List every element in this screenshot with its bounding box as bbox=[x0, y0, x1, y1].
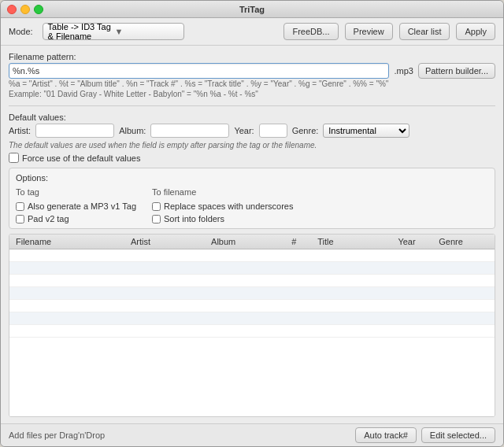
options-title: Options: bbox=[16, 173, 488, 183]
sort-folders-checkbox[interactable] bbox=[152, 215, 161, 224]
genre-select[interactable]: Instrumental Rock Pop Jazz Classical bbox=[323, 124, 410, 138]
table-row bbox=[9, 325, 495, 338]
mode-value: Table -> ID3 Tag & Filename bbox=[48, 22, 112, 41]
table-row bbox=[9, 287, 495, 300]
to-filename-label: To filename bbox=[152, 187, 293, 197]
table-body[interactable] bbox=[9, 249, 495, 416]
default-values-row: Artist: Album: Year: Genre: Instrumental… bbox=[9, 124, 495, 138]
preview-button[interactable]: Preview bbox=[345, 23, 393, 40]
main-content: Filename pattern: .mp3 Pattern builder..… bbox=[1, 46, 503, 423]
default-values-section: Default values: Artist: Album: Year: Gen… bbox=[9, 113, 495, 163]
col-header-number: # bbox=[288, 236, 314, 247]
auto-track-button[interactable]: Auto track# bbox=[355, 427, 417, 443]
pattern-hint2: Example: "01 David Gray - White Letter -… bbox=[9, 89, 495, 99]
pattern-builder-button[interactable]: Pattern builder... bbox=[418, 63, 495, 79]
mp3v1-checkbox[interactable] bbox=[16, 202, 24, 211]
table-row bbox=[9, 249, 495, 262]
col-header-year: Year bbox=[395, 236, 435, 247]
force-label: Force use of the default values bbox=[22, 153, 140, 163]
default-note: The default values are used when the fie… bbox=[9, 141, 495, 150]
title-bar: TriTag bbox=[1, 1, 503, 18]
sort-folders-label: Sort into folders bbox=[164, 214, 224, 224]
sort-folders-row: Sort into folders bbox=[152, 214, 293, 224]
padv2-label: Pad v2 tag bbox=[28, 214, 69, 224]
dropdown-arrow-icon: ▼ bbox=[115, 27, 179, 36]
apply-button[interactable]: Apply bbox=[456, 23, 495, 40]
table-row bbox=[9, 275, 495, 287]
mode-label: Mode: bbox=[9, 27, 33, 36]
to-filename-column: To filename Replace spaces with undersco… bbox=[152, 187, 293, 224]
padv2-checkbox[interactable] bbox=[16, 215, 24, 224]
table-row bbox=[9, 262, 495, 275]
table-header: Filename Artist Album # Title Year Genre bbox=[9, 235, 495, 249]
pattern-hint1: %a = "Artist" . %t = "Album title" . %n … bbox=[9, 79, 495, 89]
album-input[interactable] bbox=[150, 124, 229, 138]
replace-spaces-label: Replace spaces with underscores bbox=[164, 201, 293, 211]
year-label: Year: bbox=[234, 126, 254, 135]
filename-pattern-label: Filename pattern: bbox=[9, 52, 495, 61]
filename-pattern-section: Filename pattern: .mp3 Pattern builder..… bbox=[9, 52, 495, 99]
force-row: Force use of the default values bbox=[9, 153, 495, 163]
padv2-row: Pad v2 tag bbox=[16, 214, 136, 224]
col-header-genre: Genre bbox=[435, 236, 491, 247]
freedb-button[interactable]: FreeDB... bbox=[284, 23, 338, 40]
window-controls bbox=[7, 5, 43, 14]
replace-spaces-row: Replace spaces with underscores bbox=[152, 201, 293, 211]
year-input[interactable] bbox=[259, 124, 287, 138]
col-header-artist: Artist bbox=[128, 236, 208, 247]
default-values-label: Default values: bbox=[9, 113, 495, 122]
clear-list-button[interactable]: Clear list bbox=[399, 23, 450, 40]
artist-input[interactable] bbox=[35, 124, 114, 138]
options-columns: To tag Also generate a MP3 v1 Tag Pad v2… bbox=[16, 187, 488, 224]
to-tag-label: To tag bbox=[16, 187, 136, 197]
genre-label: Genre: bbox=[292, 126, 319, 135]
mp3v1-row: Also generate a MP3 v1 Tag bbox=[16, 201, 136, 211]
col-header-filename: Filename bbox=[13, 236, 128, 247]
to-tag-column: To tag Also generate a MP3 v1 Tag Pad v2… bbox=[16, 187, 136, 224]
minimize-button[interactable] bbox=[20, 5, 30, 14]
pattern-row: .mp3 Pattern builder... bbox=[9, 63, 495, 79]
edit-selected-button[interactable]: Edit selected... bbox=[421, 427, 495, 443]
file-table: Filename Artist Album # Title Year Genre bbox=[9, 234, 495, 417]
maximize-button[interactable] bbox=[34, 5, 43, 14]
replace-spaces-checkbox[interactable] bbox=[152, 202, 161, 211]
mode-dropdown[interactable]: Table -> ID3 Tag & Filename ▼ bbox=[43, 23, 184, 40]
pattern-input[interactable] bbox=[9, 63, 389, 79]
artist-label: Artist: bbox=[9, 126, 31, 135]
album-label: Album: bbox=[119, 126, 146, 135]
drag-label: Add files per Drag'n'Drop bbox=[9, 430, 350, 440]
bottom-bar: Add files per Drag'n'Drop Auto track# Ed… bbox=[1, 423, 503, 446]
main-window: TriTag Mode: Table -> ID3 Tag & Filename… bbox=[0, 0, 504, 447]
options-section: Options: To tag Also generate a MP3 v1 T… bbox=[9, 168, 495, 229]
col-header-title: Title bbox=[314, 236, 395, 247]
mp3v1-label: Also generate a MP3 v1 Tag bbox=[28, 201, 136, 211]
extension-label: .mp3 bbox=[394, 66, 413, 76]
close-button[interactable] bbox=[7, 5, 17, 14]
table-row bbox=[9, 300, 495, 312]
force-checkbox[interactable] bbox=[9, 153, 19, 163]
col-header-album: Album bbox=[208, 236, 288, 247]
toolbar: Mode: Table -> ID3 Tag & Filename ▼ Free… bbox=[1, 18, 503, 46]
table-row bbox=[9, 312, 495, 325]
window-title: TriTag bbox=[239, 5, 265, 14]
divider1 bbox=[9, 105, 495, 106]
